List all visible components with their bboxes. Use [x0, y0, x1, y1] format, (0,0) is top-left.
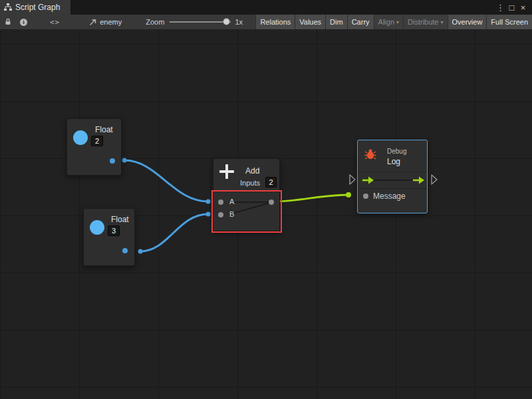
info-icon[interactable]: i: [20, 15, 27, 29]
node-title: Float: [111, 215, 129, 224]
zoom-track: [170, 21, 231, 23]
float-node-2[interactable]: Float 3: [83, 208, 135, 266]
flow-out-arrow-icon: [419, 177, 424, 184]
wire-endpoint: [122, 158, 127, 163]
zoom-slider[interactable]: [170, 15, 231, 29]
distribute-button[interactable]: Distribute▾: [403, 15, 447, 29]
zoom-label: Zoom: [146, 18, 164, 26]
inputs-label: Inputs: [240, 179, 260, 187]
script-graph-icon: [4, 0, 12, 15]
graph-canvas[interactable]: Float 2 Float 3 Add Inputs 2 A B: [0, 29, 532, 399]
values-button[interactable]: Values: [295, 15, 325, 29]
align-button[interactable]: Align▾: [374, 15, 403, 29]
float-icon: [73, 130, 88, 145]
code-icon[interactable]: <>: [50, 15, 60, 29]
chevron-down-icon: ▾: [441, 19, 444, 25]
script-graph-window: Script Graph ⋮ □ × i <> enemy Zoom: [0, 0, 532, 29]
flow-in-arrow-icon: [368, 177, 374, 184]
zoom-value: 1x: [235, 18, 243, 26]
toolbar-buttons: Relations Values Dim Carry Align▾ Distri…: [255, 15, 532, 29]
plus-icon: [219, 164, 234, 179]
window-menu-button[interactable]: ⋮: [495, 3, 506, 13]
node-title: Add: [245, 166, 259, 176]
flow-row: [358, 140, 428, 214]
flow-port-right-icon[interactable]: [432, 175, 437, 184]
wire-add-to-message[interactable]: [273, 195, 348, 201]
graph-asset-icon: [89, 15, 97, 29]
maximize-button[interactable]: □: [506, 3, 517, 13]
selection-rectangle: [211, 190, 282, 233]
wire-endpoint: [138, 249, 143, 254]
zoom-knob[interactable]: [223, 18, 230, 25]
tab-title: Script Graph: [15, 3, 60, 12]
window-controls: ⋮ □ ×: [495, 0, 532, 15]
graph-name[interactable]: enemy: [100, 18, 122, 26]
full-screen-button[interactable]: Full Screen: [486, 15, 532, 29]
wire-endpoint: [206, 212, 211, 217]
float-node-1[interactable]: Float 2: [66, 118, 122, 176]
carry-button[interactable]: Carry: [347, 15, 374, 29]
float-icon: [90, 220, 104, 235]
message-label: Message: [373, 192, 406, 201]
output-port[interactable]: [110, 158, 115, 164]
flow-port-left-icon[interactable]: [350, 175, 355, 184]
dim-button[interactable]: Dim: [325, 15, 347, 29]
output-port[interactable]: [122, 248, 128, 253]
float-value-input[interactable]: 3: [108, 225, 120, 236]
debug-log-node[interactable]: Debug Log Message: [357, 140, 428, 213]
wire-float1-to-add-a[interactable]: [124, 160, 208, 201]
wire-float2-to-add-b[interactable]: [140, 214, 208, 251]
titlebar: Script Graph ⋮ □ ×: [0, 0, 532, 15]
inputs-count-input[interactable]: 2: [265, 177, 277, 188]
divider: [358, 188, 427, 189]
float-value-input[interactable]: 2: [91, 136, 103, 146]
wire-endpoint: [206, 200, 211, 204]
message-port[interactable]: [363, 194, 368, 199]
toolbar: i <> enemy Zoom 1x Relations Values Dim …: [0, 15, 532, 29]
lock-icon[interactable]: [4, 15, 12, 29]
node-title: Float: [95, 125, 113, 134]
wire-endpoint: [346, 192, 351, 198]
overview-button[interactable]: Overview: [448, 15, 487, 29]
close-button[interactable]: ×: [517, 3, 529, 13]
chevron-down-icon: ▾: [396, 19, 399, 25]
tab-script-graph[interactable]: Script Graph: [0, 0, 70, 15]
relations-button[interactable]: Relations: [255, 15, 295, 29]
